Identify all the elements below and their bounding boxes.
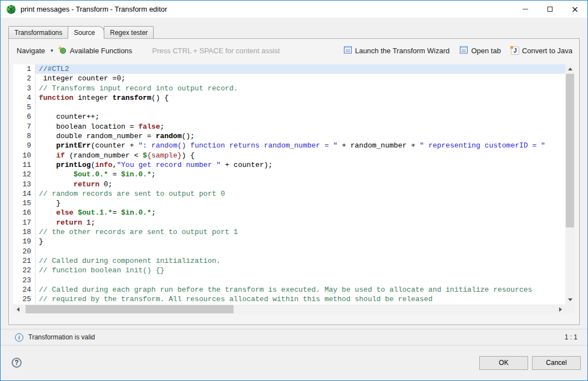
code-line-3[interactable]: // Transforms input record into output r… [36,84,565,93]
tab-source[interactable]: Source [68,26,104,39]
code-line-8[interactable]: double random_number = random(); [36,131,565,141]
transform-editor-window: print messages - Transform - Transform e… [0,0,588,381]
vertical-scrollbar-thumb[interactable] [566,74,574,227]
code-line-24[interactable]: // Called during each graph run before t… [36,285,565,294]
navigate-label: Navigate [17,47,45,55]
code-line-20[interactable] [36,247,565,256]
open-tab-label: Open tab [471,47,501,55]
code-line-18[interactable]: // the other records are sent to output … [36,227,565,237]
source-tab-panel: Navigate ▾ Available Functions Press CTR… [8,38,580,325]
minimize-button[interactable] [513,1,538,18]
code-line-15[interactable]: } [36,199,565,208]
tab-regex-tester[interactable]: Regex tester [104,26,154,38]
code-line-7[interactable]: boolean location = false; [36,122,565,131]
footer-buttons: OK Cancel [479,356,581,370]
code-line-2[interactable]: integer counter =0; [36,74,565,83]
code-line-25[interactable]: // required by the transform. All resour… [36,294,565,304]
available-functions-icon [58,45,67,56]
convert-to-java-button[interactable]: J Convert to Java [511,47,572,55]
maximize-button[interactable] [538,1,562,18]
content-assist-hint: Press CTRL + SPACE for content assist [152,47,280,55]
code-line-11[interactable]: printLog(info,"You get record number " +… [36,160,565,170]
footer: ? OK Cancel [1,346,587,380]
code-line-14[interactable]: // random records are sent to output por… [36,189,565,199]
code-line-1[interactable]: //#CTL2 [36,64,565,74]
status-bar: i Transformation is valid 1 : 1 [1,329,587,346]
arrow-right-icon [559,307,562,312]
convert-to-java-label: Convert to Java [522,47,572,55]
code-line-23[interactable] [36,276,565,285]
code-lines[interactable]: //#CTL2 integer counter =0;// Transforms… [36,64,565,304]
scroll-down-button[interactable] [565,295,575,304]
arrow-left-icon [17,307,19,312]
code-line-17[interactable]: return 1; [36,218,565,227]
toolbar-left-group: Navigate ▾ Available Functions Press CTR… [17,45,280,56]
dialog-body: Transformations Source Regex tester Navi… [1,26,587,325]
scroll-left-button[interactable] [13,304,23,314]
code-line-10[interactable]: if (random_number < ${sample}) { [36,151,565,160]
available-functions-button[interactable]: Available Functions [58,45,133,56]
code-editor[interactable]: 1234567891011121314151617181920212223242… [13,64,565,304]
line-number-gutter: 1234567891011121314151617181920212223242… [13,64,36,304]
editor-area: 1234567891011121314151617181920212223242… [13,64,575,314]
caret-position: 1 : 1 [565,333,577,341]
horizontal-scrollbar[interactable] [13,304,575,314]
tab-strip: Transformations Source Regex tester [8,26,580,38]
available-functions-label: Available Functions [70,47,133,55]
code-line-16[interactable]: else $out.1.*= $in.0.*; [36,208,565,217]
arrow-down-icon [568,298,572,301]
window-title: print messages - Transform - Transform e… [21,5,513,13]
tab-transformations[interactable]: Transformations [8,26,68,38]
open-tab-button[interactable]: Open tab [459,45,501,56]
code-line-6[interactable]: counter++; [36,112,565,121]
ok-button[interactable]: OK [479,356,528,370]
toolbar-right-group: Launch the Transform Wizard Open tab [343,45,572,56]
launch-wizard-button[interactable]: Launch the Transform Wizard [343,45,450,56]
cancel-button[interactable]: Cancel [532,356,581,370]
close-button[interactable]: × [562,1,587,18]
chevron-down-icon: ▾ [50,48,53,53]
code-line-5[interactable] [36,103,565,112]
maximize-icon [548,7,552,12]
vertical-scrollbar[interactable] [565,64,575,304]
wizard-icon [343,45,352,56]
scroll-right-button[interactable] [556,304,565,314]
open-tab-icon [459,45,468,56]
launch-wizard-label: Launch the Transform Wizard [355,47,450,55]
code-line-13[interactable]: return 0; [36,180,565,189]
horizontal-scrollbar-track[interactable] [23,305,556,313]
status-message: Transformation is valid [28,333,95,341]
clover-logo-icon [6,4,16,14]
arrow-up-icon [568,68,572,70]
help-button[interactable]: ? [12,358,22,368]
scroll-up-button[interactable] [565,64,575,74]
code-line-4[interactable]: function integer transform() { [36,93,565,103]
code-line-12[interactable]: $out.0.* = $in.0.*; [36,170,565,179]
close-icon: × [571,5,579,14]
titlebar: print messages - Transform - Transform e… [1,1,587,18]
navigate-button[interactable]: Navigate ▾ [17,47,53,55]
code-line-22[interactable]: // function boolean init() {} [36,266,565,275]
horizontal-scrollbar-thumb[interactable] [26,305,234,313]
editor-toolbar: Navigate ▾ Available Functions Press CTR… [9,39,579,62]
code-line-9[interactable]: printErr(counter + ": random() function … [36,141,565,150]
window-controls: × [513,1,587,18]
info-icon: i [15,333,23,342]
java-icon: J [511,47,519,55]
minimize-icon [523,9,528,9]
code-line-19[interactable]: } [36,237,565,246]
code-line-21[interactable]: // Called during component initializatio… [36,256,565,266]
